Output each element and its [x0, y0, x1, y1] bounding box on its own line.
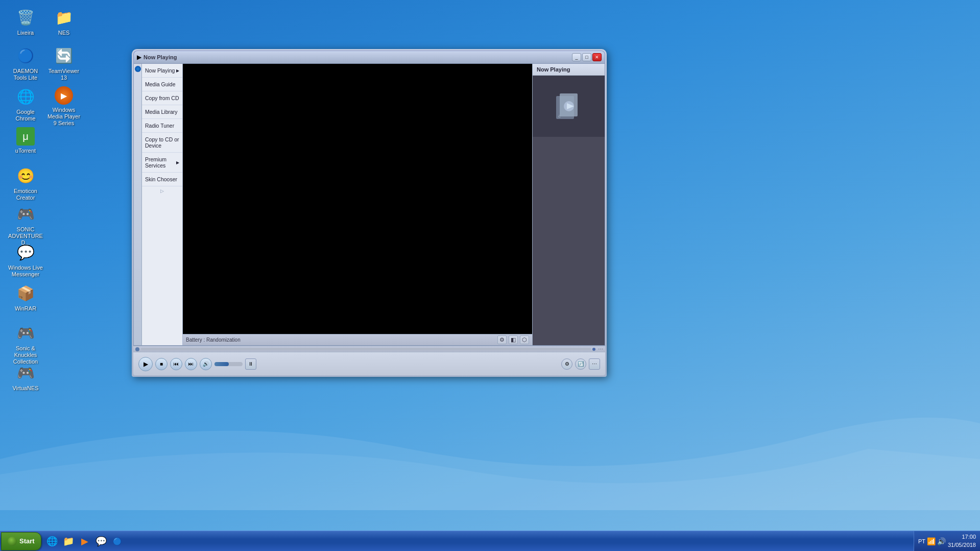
wmp-np-art: ♫	[533, 76, 605, 137]
wmp-np-header: Now Playing	[533, 64, 605, 76]
wmp-status-text: Battery : Randomization	[186, 337, 241, 343]
wmp-menu-item-copy-to-cd[interactable]: Copy to CD or Device	[142, 133, 182, 153]
quicklaunch-messenger[interactable]: 💬	[93, 534, 109, 549]
desktop-icon-daemon[interactable]: 🔵 DAEMON Tools Lite	[5, 43, 46, 83]
winrar-icon: 📦	[15, 283, 36, 303]
quicklaunch-explorer[interactable]: 📁	[61, 534, 76, 549]
desktop-icon-utorrent[interactable]: μ uTorrent	[5, 125, 46, 156]
tray-time: 17:00	[948, 533, 976, 541]
quicklaunch-area: 🌐 📁 ▶ 💬 🔵	[44, 534, 125, 549]
virtuanes-icon: 🎮	[15, 363, 36, 383]
desktop-icon-winrar[interactable]: 📦 WinRAR	[5, 281, 46, 314]
wmp-menu-item-media-library[interactable]: Media Library	[142, 105, 182, 119]
wmp-settings-button-1[interactable]: ⚙	[561, 358, 572, 370]
desktop-icon-wlm[interactable]: 💬 Windows Live Messenger	[5, 240, 46, 280]
wmp-menu-item-skin-chooser[interactable]: Skin Chooser	[142, 173, 182, 186]
teamviewer-icon: 🔄	[54, 45, 74, 66]
wmp-status-btn-1[interactable]: ⚙	[497, 336, 507, 344]
start-label: Start	[19, 537, 35, 545]
wmp-expand-button[interactable]: ⋯	[589, 358, 600, 370]
wmp-volume-slider[interactable]	[214, 362, 243, 366]
wmp-titlebar: ▶ Now Playing _ □ ✕	[133, 51, 605, 64]
wmp-menu-panel: Now Playing ▶ Media Guide Copy from CD M…	[142, 64, 183, 345]
wmp-stop-button[interactable]: ■	[155, 358, 168, 370]
wmp-main-content: Battery : Randomization ⚙ ◧ ⬡	[183, 64, 532, 345]
desktop-icon-emoticon[interactable]: 😊 Emoticon Creator	[5, 163, 46, 203]
wmp-label: Windows Media Player 9 Series	[45, 107, 82, 127]
daemon-label: DAEMON Tools Lite	[7, 68, 44, 81]
svg-text:♫: ♫	[558, 114, 561, 118]
wmp-menu-item-premium[interactable]: Premium Services ▶	[142, 153, 182, 173]
wlm-label: Windows Live Messenger	[7, 265, 44, 278]
quicklaunch-chrome[interactable]: 🌐	[44, 534, 60, 549]
tray-signal-icon: 📶	[927, 537, 936, 545]
desktop-icon-nes[interactable]: 📁 NES	[43, 5, 84, 38]
wmp-restore-button[interactable]: □	[582, 53, 591, 61]
tray-icons-area: PT 📶 🔊	[918, 537, 946, 545]
utorrent-icon: μ	[16, 127, 35, 146]
start-orb-icon	[8, 537, 17, 546]
lixeira-label: Lixeira	[17, 30, 34, 36]
emoticon-icon: 😊	[15, 165, 36, 186]
wmp-nav-strip	[134, 64, 142, 345]
wmp-minimize-button[interactable]: _	[572, 53, 581, 61]
chrome-icon: 🌐	[15, 86, 36, 107]
wmp-body: Now Playing ▶ Media Guide Copy from CD M…	[133, 64, 605, 346]
seek-fill-bar[interactable]	[141, 348, 591, 350]
lixeira-icon: 🗑️	[15, 7, 36, 28]
teamviewer-label: TeamViewer 13	[45, 68, 82, 81]
wmp-media-art-icon: ♫	[554, 91, 584, 122]
wmp-close-button[interactable]: ✕	[592, 53, 602, 61]
wmp-video-area[interactable]	[183, 64, 532, 334]
sonic-adv-icon: 🎮	[15, 204, 36, 224]
wmp-progress-row: ⋯	[133, 346, 605, 352]
nes-folder-icon: 📁	[54, 7, 74, 28]
desktop-icon-virtuanes[interactable]: 🎮 VirtuaNES	[5, 361, 46, 394]
wmp-expand-icon[interactable]: ⋯	[598, 346, 603, 352]
wmp-next-button[interactable]: ⏭	[185, 358, 197, 370]
wmp-menu-item-radio-tuner[interactable]: Radio Tuner	[142, 119, 182, 133]
chrome-label: Google Chrome	[7, 109, 44, 122]
wmp-window-title: Now Playing	[144, 54, 572, 60]
quicklaunch-dtools[interactable]: 🔵	[110, 534, 125, 549]
desktop-icon-chrome[interactable]: 🌐 Google Chrome	[5, 84, 46, 124]
wmp-menu-item-media-guide[interactable]: Media Guide	[142, 78, 182, 91]
wmp-status-bar: Battery : Randomization ⚙ ◧ ⬡	[183, 334, 532, 345]
wmp-menu-item-copy-from-cd[interactable]: Copy from CD	[142, 91, 182, 105]
wmp-menu-resize-handle[interactable]: ▷	[142, 186, 182, 196]
wmp-status-btn-2[interactable]: ◧	[509, 336, 518, 344]
wmp-logo	[135, 66, 141, 72]
wmp-settings-button-2[interactable]: 🔃	[575, 358, 586, 370]
start-button[interactable]: Start	[1, 532, 41, 550]
wmp-eq-button[interactable]: ⏸	[245, 358, 256, 370]
winrar-label: WinRAR	[15, 305, 36, 312]
system-tray: PT 📶 🔊 17:00 31/05/2018	[914, 531, 980, 551]
wmp-window: ▶ Now Playing _ □ ✕ Now Playing ▶ Media …	[132, 49, 607, 377]
tray-volume-icon[interactable]: 🔊	[937, 537, 946, 545]
sonic-knuckles-icon: 🎮	[15, 323, 36, 343]
quicklaunch-wmp[interactable]: ▶	[77, 534, 92, 549]
wmp-controls-bar: ▶ ■ ⏮ ⏭ 🔊 ⏸ ⚙ 🔃 ⋯	[133, 352, 605, 375]
wmp-prev-button[interactable]: ⏮	[170, 358, 182, 370]
seek-dot-end	[592, 348, 595, 351]
daemon-icon: 🔵	[15, 45, 36, 66]
emoticon-label: Emoticon Creator	[7, 188, 44, 201]
wlm-icon: 💬	[15, 242, 36, 262]
wmp-np-playlist[interactable]	[533, 137, 605, 345]
virtuanes-label: VirtuaNES	[12, 385, 38, 392]
wmp-window-controls: _ □ ✕	[572, 53, 602, 61]
wmp-mute-button[interactable]: 🔊	[200, 358, 212, 370]
desktop-icon-wmp[interactable]: ▶ Windows Media Player 9 Series	[43, 84, 84, 129]
seek-dot-start	[135, 347, 139, 351]
tray-date: 31/05/2018	[948, 541, 976, 549]
wmp-status-btn-3[interactable]: ⬡	[520, 336, 529, 344]
desktop-icon-teamviewer[interactable]: 🔄 TeamViewer 13	[43, 43, 84, 83]
wmp-title-icon: ▶	[137, 54, 141, 61]
wmp-now-playing-panel: Now Playing ♫	[532, 64, 605, 345]
utorrent-label: uTorrent	[15, 148, 36, 154]
desktop-icon-lixeira[interactable]: 🗑️ Lixeira	[5, 5, 46, 38]
wmp-menu-item-now-playing[interactable]: Now Playing ▶	[142, 64, 182, 78]
wmp-play-button[interactable]: ▶	[138, 357, 153, 371]
wmp-icon: ▶	[55, 86, 73, 105]
taskbar: Start 🌐 📁 ▶ 💬 🔵 PT 📶 🔊 17:00 31/05/2018	[0, 531, 980, 551]
